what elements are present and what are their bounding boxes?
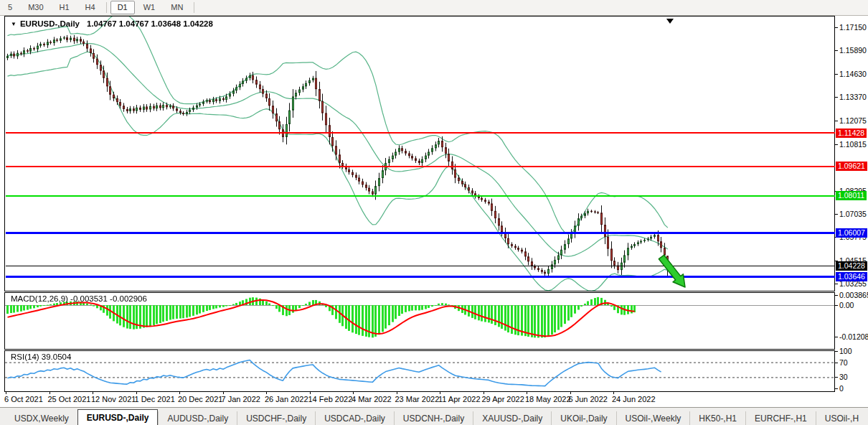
date-label: 23 Mar 2022	[395, 395, 440, 403]
price-badge: 1.03646	[836, 272, 867, 281]
horizontal-line-current-price[interactable]	[6, 266, 835, 266]
timeframe-button-h1[interactable]: H1	[52, 1, 77, 14]
price-badge: 1.06007	[836, 228, 867, 238]
rsi-tickmark	[835, 377, 838, 378]
timeframe-button-5[interactable]: 5	[1, 1, 19, 14]
timeframe-button-m30[interactable]: M30	[21, 1, 50, 14]
price-tick-label: 1.10815	[839, 140, 867, 149]
rsi-tickmark	[835, 388, 838, 389]
macd-label: MACD(12,26,9) -0.003531 -0.002906	[11, 294, 147, 303]
horizontal-line-resistance-1[interactable]	[6, 132, 835, 134]
tab-hk50-h1[interactable]: HK50-,H1	[689, 411, 745, 425]
date-label: 29 Apr 2022	[482, 395, 524, 403]
timeframe-button-w1[interactable]: W1	[136, 1, 163, 14]
tab-eurusd-daily[interactable]: EURUSD-,Daily	[77, 409, 159, 425]
tab-usoil-weekly[interactable]: USOil-,Weekly	[616, 411, 690, 425]
macd-indicator-panel[interactable]: MACD(12,26,9) -0.003531 -0.002906	[4, 292, 835, 350]
timeframe-toolbar: 5M30H1H4D1W1MN	[0, 0, 868, 16]
horizontal-line-support-1[interactable]	[6, 276, 835, 278]
rsi-tick-label: 0	[839, 384, 844, 393]
macd-tickmark	[835, 337, 838, 337]
macd-tick-label: 0.003865	[839, 291, 868, 299]
horizontal-line-resistance-2[interactable]	[6, 166, 835, 167]
date-tickmark	[613, 392, 614, 394]
rsi-tickmark	[835, 351, 838, 352]
rsi-tickmark	[835, 363, 838, 363]
date-tickmark	[6, 392, 6, 394]
date-tickmark	[93, 392, 93, 394]
price-tick-label: 1.12075	[839, 116, 867, 125]
rsi-canvas[interactable]	[5, 351, 834, 391]
tab-xauusd-daily[interactable]: XAUUSD-,Daily	[473, 411, 551, 425]
date-tickmark	[527, 392, 527, 394]
rsi-tick-label: 70	[839, 358, 848, 367]
tab-ukoil-daily[interactable]: UKOil-,Daily	[551, 411, 615, 425]
date-label: 24 Jun 2022	[612, 395, 656, 403]
macd-tick-label: -0.01208	[839, 332, 868, 341]
price-badge: 1.11428	[836, 129, 867, 138]
date-tickmark	[223, 392, 224, 394]
tab-usdchf-daily[interactable]: USDCHF-,Daily	[237, 411, 315, 425]
rsi-tick-label: 100	[839, 347, 852, 355]
date-tickmark	[397, 392, 397, 394]
date-tickmark	[440, 392, 440, 394]
date-label: 11 Apr 2022	[438, 395, 481, 403]
toolbar-separator	[194, 2, 194, 13]
date-tickmark	[310, 392, 311, 394]
date-tickmark	[483, 392, 484, 394]
timeframe-button-h4[interactable]: H4	[78, 1, 103, 14]
price-axis[interactable]: 1.171501.158901.146301.133701.120751.108…	[835, 16, 868, 407]
price-chart-panel[interactable]: ▼EURUSD-,Daily1.04767 1.04767 1.03648 1.…	[4, 16, 835, 291]
macd-tickmark	[835, 295, 838, 296]
toolbar-separator	[106, 2, 107, 13]
horizontal-line-resistance-3[interactable]	[6, 195, 835, 197]
date-tickmark	[353, 392, 354, 394]
symbol-dropdown-icon[interactable]: ▼	[11, 21, 16, 27]
tab-audusd-daily[interactable]: AUDUSD-,Daily	[158, 411, 237, 425]
price-canvas[interactable]	[5, 17, 834, 291]
tab-usoil-h[interactable]: USOil-,H	[816, 411, 867, 425]
tab-usdcnh-daily[interactable]: USDCNH-,Daily	[394, 411, 473, 425]
price-tickmark	[835, 284, 838, 284]
price-tickmark	[835, 27, 838, 28]
price-tickmark	[835, 214, 838, 215]
price-tickmark	[835, 97, 838, 98]
rsi-indicator-panel[interactable]: RSI(14) 39.0504	[4, 350, 835, 392]
trading-terminal-window: 5M30H1H4D1W1MN ▼EURUSD-,Daily1.04767 1.0…	[0, 0, 868, 425]
tab-usdx-weekly[interactable]: USDX,Weekly	[6, 411, 77, 425]
price-tick-label: 1.13370	[839, 93, 867, 101]
timeframe-button-d1[interactable]: D1	[110, 1, 135, 14]
date-axis[interactable]: 6 Oct 202125 Oct 202112 Nov 20211 Dec 20…	[4, 392, 835, 407]
horizontal-line-resistance-4[interactable]	[6, 232, 835, 234]
date-label: 26 Jan 2022	[265, 395, 308, 403]
price-tickmark	[835, 121, 838, 121]
price-tick-label: 1.14630	[839, 70, 867, 78]
price-tickmark	[835, 74, 838, 75]
tab-usdcad-daily[interactable]: USDCAD-,Daily	[315, 411, 394, 425]
price-tick-label: 1.07035	[839, 210, 867, 218]
tab-eurchf-h1[interactable]: EURCHF-,H1	[745, 411, 816, 425]
date-label: 25 Oct 2021	[48, 395, 91, 403]
date-label: 20 Dec 2021	[178, 395, 222, 403]
price-badge: 1.04228	[836, 261, 867, 271]
price-tick-label: 1.15890	[839, 46, 867, 55]
date-tickmark	[49, 392, 50, 394]
chart-shift-marker[interactable]	[666, 19, 674, 24]
macd-tick-label: 0.00	[839, 301, 854, 309]
date-tickmark	[570, 392, 571, 394]
date-tickmark	[179, 392, 180, 394]
symbol-tabbar: USDX,WeeklyEURUSD-,DailyAUDUSD-,DailyUSD…	[0, 407, 868, 425]
date-tickmark	[136, 392, 137, 394]
date-label: 4 Mar 2022	[352, 395, 392, 403]
price-badge: 1.08011	[836, 191, 867, 200]
date-label: 6 Oct 2021	[4, 395, 43, 403]
date-label: 6 Jun 2022	[569, 395, 608, 403]
date-tickmark	[266, 392, 267, 394]
price-tickmark	[835, 50, 838, 51]
trend-arrow[interactable]	[647, 250, 697, 293]
price-tick-label: 1.17150	[839, 23, 867, 32]
timeframe-button-mn[interactable]: MN	[164, 1, 190, 14]
date-label: 7 Jan 2022	[222, 395, 260, 403]
ohlc-values: 1.04767 1.04767 1.03648 1.04228	[87, 19, 213, 28]
macd-tickmark	[835, 305, 838, 306]
